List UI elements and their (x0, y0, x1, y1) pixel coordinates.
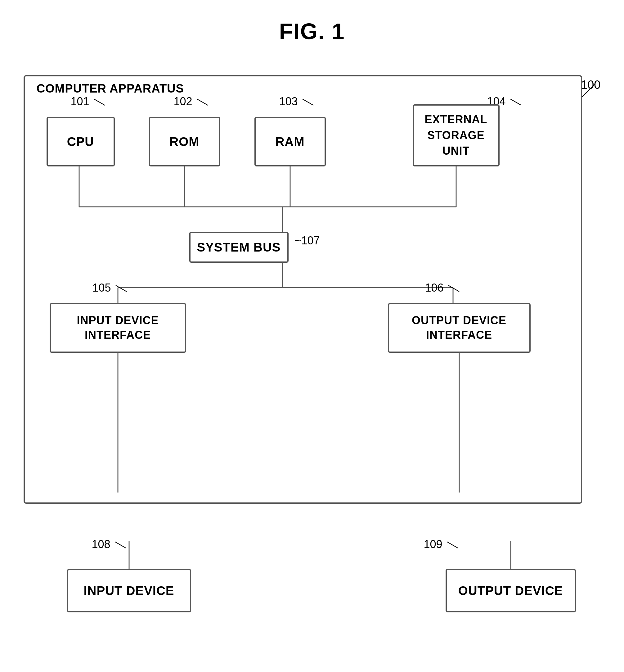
input-device-box: INPUT DEVICE (67, 569, 191, 613)
ref-103: 103 (279, 95, 320, 108)
cpu-box: CPU (47, 117, 115, 167)
computer-apparatus-label: COMPUTER APPARATUS (34, 82, 186, 95)
ref-102: 102 (174, 95, 214, 108)
svg-line-0 (582, 84, 595, 97)
svg-line-11 (94, 99, 105, 105)
svg-line-12 (197, 99, 208, 105)
computer-apparatus-box: COMPUTER APPARATUS 101 (24, 75, 582, 504)
ref-101: 101 (71, 95, 111, 108)
svg-line-13 (303, 99, 313, 105)
ref-107: ~107 (295, 234, 320, 247)
ref-109: 109 (424, 538, 464, 551)
svg-line-20 (447, 542, 458, 548)
ref-105: 105 (93, 281, 133, 294)
svg-line-14 (511, 99, 521, 105)
ref-108: 108 (92, 538, 132, 551)
external-storage-box: EXTERNAL STORAGE UNIT (413, 104, 500, 167)
system-bus-box: SYSTEM BUS (189, 232, 289, 263)
rom-box: ROM (149, 117, 220, 167)
svg-line-15 (116, 285, 127, 292)
output-device-box: OUTPUT DEVICE (446, 569, 576, 613)
ref-106: 106 (425, 281, 465, 294)
output-device-interface-box: OUTPUT DEVICE INTERFACE (388, 303, 530, 353)
ram-box: RAM (255, 117, 326, 167)
page-title: FIG. 1 (0, 0, 624, 56)
input-device-interface-box: INPUT DEVICE INTERFACE (50, 303, 186, 353)
svg-line-19 (115, 542, 126, 548)
svg-line-16 (448, 285, 459, 292)
